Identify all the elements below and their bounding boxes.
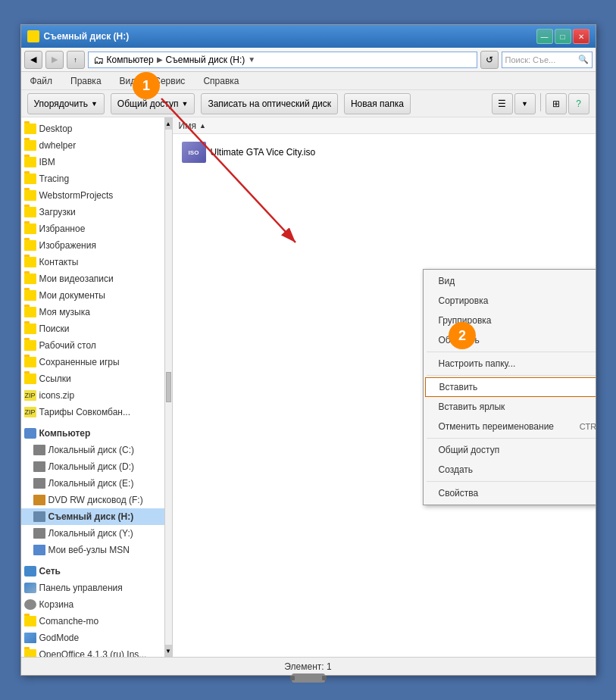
ctx-item-customize[interactable]: Настроить папку... [424,354,596,373]
sidebar-item-label: Локальный диск (D:) [48,461,135,472]
sidebar-item-label: Поиски [39,323,70,334]
ctx-item-label: Вставить [439,382,478,392]
view-toggle-button[interactable]: ☰ [492,93,513,114]
minimize-button[interactable]: — [536,29,553,44]
annotation-label: 1 [142,78,150,94]
ctx-shortcut-label: CTRL+Z [580,422,596,431]
ctx-item-undo-rename[interactable]: Отменить переименование CTRL+Z [424,417,596,436]
sidebar-item-music[interactable]: Моя музыка [21,304,164,320]
back-button[interactable]: ◀ [24,51,42,69]
main-content: Desktop dwhelper IBM Tracing [21,117,596,657]
drive-icon [33,478,45,489]
sidebar-item-contacts[interactable]: Контакты [21,254,164,270]
sidebar-item-drive-y[interactable]: Локальный диск (Y:) [21,525,164,542]
sidebar-item-dvd-f[interactable]: DVD RW дисковод (F:) [21,492,164,508]
sidebar-item-documents[interactable]: Мои документы [21,287,164,304]
ctx-item-label: Отменить переименование [439,421,555,432]
ctx-separator [427,438,596,439]
sidebar-item-usb-h[interactable]: Съемный диск (H:) [21,508,164,525]
explorer-window: Съемный диск (H:) — □ ✕ ◀ ▶ ↑ 🗂 Компьюте… [20,24,596,676]
sidebar-item-desktop[interactable]: Desktop [21,120,164,137]
ctx-item-paste[interactable]: Вставить [425,377,596,397]
sidebar-item-drive-c[interactable]: Локальный диск (C:) [21,442,164,458]
sidebar-item-label: OpenOffice 4.1.3 (ru) Ins... [39,649,147,657]
ctx-item-create[interactable]: Создать ▶ [424,460,596,480]
sidebar-item-godmode[interactable]: GodMode [21,630,164,646]
ctx-item-group[interactable]: Группировка ▶ [424,311,596,330]
path-dropdown-arrow[interactable]: ▼ [248,55,255,64]
menu-edit[interactable]: Правка [67,74,105,88]
sidebar-item-downloads[interactable]: Загрузки [21,204,164,220]
preview-pane-button[interactable]: ⊞ [546,93,567,114]
burn-label: Записать на оптический диск [208,98,331,109]
address-path[interactable]: 🗂 Компьютер ▶ Съемный диск (H:) ▼ [88,52,477,68]
folder-icon [24,257,36,267]
folder-icon [24,140,36,151]
search-box[interactable]: Поиск: Съе... 🔍 [502,52,593,68]
folder-icon [24,357,36,367]
folder-icon [24,323,36,334]
menu-file[interactable]: Файл [27,74,56,88]
search-icon[interactable]: 🔍 [578,55,589,64]
dvd-icon [33,495,45,505]
sidebar-item-label: Съемный диск (H:) [48,511,134,522]
organize-button[interactable]: Упорядочить ▼ [27,93,105,114]
folder-icon [24,616,36,627]
maximize-button[interactable]: □ [555,29,571,44]
sidebar-item-comanche[interactable]: Comanche-mo [21,613,164,630]
sidebar-item-savedgames[interactable]: Сохраненные игры [21,354,164,370]
sidebar-item-recycle[interactable]: Корзина [21,596,164,613]
usb-icon [290,667,327,689]
close-button[interactable]: ✕ [573,29,589,44]
ctx-separator [427,352,596,352]
sidebar-item-drive-d[interactable]: Локальный диск (D:) [21,458,164,475]
sidebar-item-dwhelper[interactable]: dwhelper [21,137,164,154]
ctx-item-properties[interactable]: Свойства [424,483,596,503]
sidebar-item-webstorm[interactable]: WebstormProjects [21,187,164,204]
sidebar-item-network[interactable]: Сеть [21,563,164,580]
burn-button[interactable]: Записать на оптический диск [201,93,338,114]
sidebar-item-tarify[interactable]: ZIP Тарифы Совкомбан... [21,404,164,420]
file-item[interactable]: ISO Ultimate GTA Vice City.iso [179,140,589,164]
sidebar-item-openoffice[interactable]: OpenOffice 4.1.3 (ru) Ins... [21,646,164,657]
ctx-item-paste-shortcut[interactable]: Вставить ярлык [424,397,596,417]
sidebar-item-msn[interactable]: Мои веб-узлы MSN [21,542,164,558]
sidebar-item-desktop2[interactable]: Рабочий стол [21,337,164,354]
up-button[interactable]: ↑ [67,51,85,69]
refresh-button[interactable]: ↺ [480,51,499,69]
sidebar-item-label: Tracing [39,173,70,184]
sidebar-item-searches[interactable]: Поиски [21,320,164,337]
folder-icon [24,157,36,167]
ctx-item-label: Создать [439,464,474,475]
ctx-item-share[interactable]: Общий доступ ▶ [424,440,596,460]
sidebar-item-controlpanel[interactable]: Панель управления [21,580,164,596]
sidebar-item-images[interactable]: Изображения [21,237,164,254]
folder-icon [24,190,36,201]
drive-icon [33,528,45,539]
new-folder-button[interactable]: Новая папка [344,93,411,114]
forward-button[interactable]: ▶ [45,51,64,69]
sidebar-item-videos[interactable]: Мои видеозаписи [21,270,164,287]
menu-help[interactable]: Справка [200,74,242,88]
view-arrow-button[interactable]: ▼ [514,93,536,114]
sidebar-item-computer[interactable]: Компьютер [21,425,164,442]
sidebar-item-label: WebstormProjects [39,190,114,201]
sidebar-scrollbar[interactable]: ▲ ▼ [164,117,172,657]
ctx-item-view[interactable]: Вид ▶ [424,271,596,291]
drive-icon [33,445,45,455]
file-area-header: Имя ▲ [173,117,596,134]
sidebar-item-drive-e[interactable]: Локальный диск (E:) [21,475,164,492]
folder-icon [24,240,36,251]
sidebar-item-label: Локальный диск (E:) [48,478,134,489]
ctx-item-sort[interactable]: Сортировка ▶ [424,291,596,311]
sidebar-item-label: Загрузки [39,207,76,217]
sidebar-item-icons-zip[interactable]: ZIP icons.zip [21,387,164,404]
sidebar-item-favorites[interactable]: Избранное [21,220,164,237]
sidebar-item-label: Desktop [39,123,73,134]
sidebar-item-ibm[interactable]: IBM [21,154,164,170]
sidebar-item-links[interactable]: Ссылки [21,370,164,387]
sidebar-item-tracing[interactable]: Tracing [21,170,164,187]
iso-icon: ISO [182,142,206,163]
folder-icon [24,373,36,384]
help-button[interactable]: ? [568,93,589,114]
